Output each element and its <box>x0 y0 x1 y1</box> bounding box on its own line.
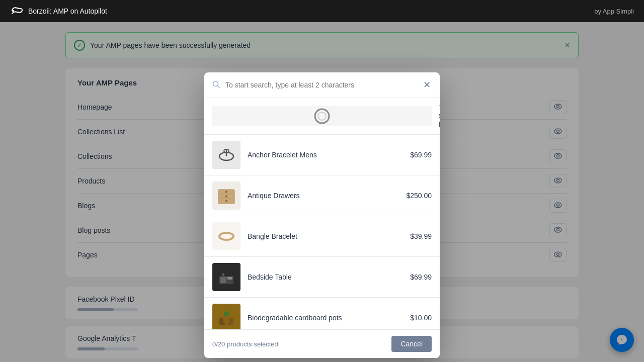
product-price-bangle: $39.99 <box>410 232 432 240</box>
search-icon <box>212 80 220 90</box>
product-price-antique-drawers: $250.00 <box>406 192 432 200</box>
svg-line-16 <box>218 85 220 87</box>
product-name-7-shakra: 7 Shakra Bracelet <box>439 104 440 128</box>
product-name-cardboard-pots: Biodegradable cardboard pots <box>248 314 403 322</box>
product-price-anchor: $69.99 <box>410 151 432 159</box>
product-name-antique-drawers: Antique Drawers <box>248 192 399 200</box>
modal-close-button[interactable]: ✕ <box>422 79 432 90</box>
product-item-anchor[interactable]: Anchor Bracelet Mens $69.99 <box>204 135 440 175</box>
app-logo <box>10 6 24 16</box>
product-search-modal: ✕ 7 Shakra Bracelet $42.99 <box>204 72 440 358</box>
selected-count: 0/20 products selected <box>212 340 278 348</box>
product-item-bedside[interactable]: Bedside Table $69.99 <box>204 257 440 298</box>
svg-point-28 <box>225 200 227 202</box>
topbar: Borzoii: AMP on Autopilot by App Simpli <box>0 0 644 22</box>
topbar-credit: by App Simpli <box>594 8 634 15</box>
product-thumb-anchor <box>212 141 240 169</box>
svg-point-18 <box>318 112 326 120</box>
product-name-bangle: Bangle Bracelet <box>248 232 403 240</box>
svg-point-26 <box>225 191 227 193</box>
product-price-cardboard-pots: $10.00 <box>410 314 432 322</box>
svg-rect-33 <box>222 273 224 276</box>
product-price-bedside: $69.99 <box>410 273 432 281</box>
product-name-anchor: Anchor Bracelet Mens <box>248 151 403 159</box>
product-thumb-bedside <box>212 263 240 291</box>
svg-rect-32 <box>227 277 232 280</box>
svg-rect-31 <box>220 277 226 283</box>
svg-point-29 <box>219 233 233 240</box>
product-item-bangle[interactable]: Bangle Bracelet $39.99 <box>204 216 440 257</box>
product-thumb-antique-drawers <box>212 182 240 210</box>
product-search-input[interactable] <box>225 81 417 89</box>
main-content: ✓ Your AMP pages have been successfully … <box>0 22 644 362</box>
product-list: 7 Shakra Bracelet $42.99 Anchor Bracelet… <box>204 98 440 329</box>
product-item-cardboard-pots[interactable]: Biodegradable cardboard pots $10.00 <box>204 298 440 329</box>
svg-point-17 <box>315 109 329 123</box>
modal-footer: 0/20 products selected Cancel <box>204 329 440 358</box>
svg-point-37 <box>224 311 229 316</box>
product-thumb-cardboard-pots <box>212 304 240 329</box>
product-thumb-bangle <box>212 222 240 250</box>
topbar-left: Borzoii: AMP on Autopilot <box>10 6 107 16</box>
app-title: Borzoii: AMP on Autopilot <box>28 7 107 15</box>
product-item-antique-drawers[interactable]: Antique Drawers $250.00 <box>204 175 440 216</box>
product-name-bedside: Bedside Table <box>248 273 403 281</box>
product-thumb-7-shakra <box>212 106 432 126</box>
modal-search-header: ✕ <box>204 72 440 98</box>
product-item-7-shakra[interactable]: 7 Shakra Bracelet $42.99 <box>204 98 440 135</box>
svg-point-27 <box>225 196 227 198</box>
cancel-button[interactable]: Cancel <box>391 336 432 352</box>
svg-point-0 <box>12 10 14 12</box>
